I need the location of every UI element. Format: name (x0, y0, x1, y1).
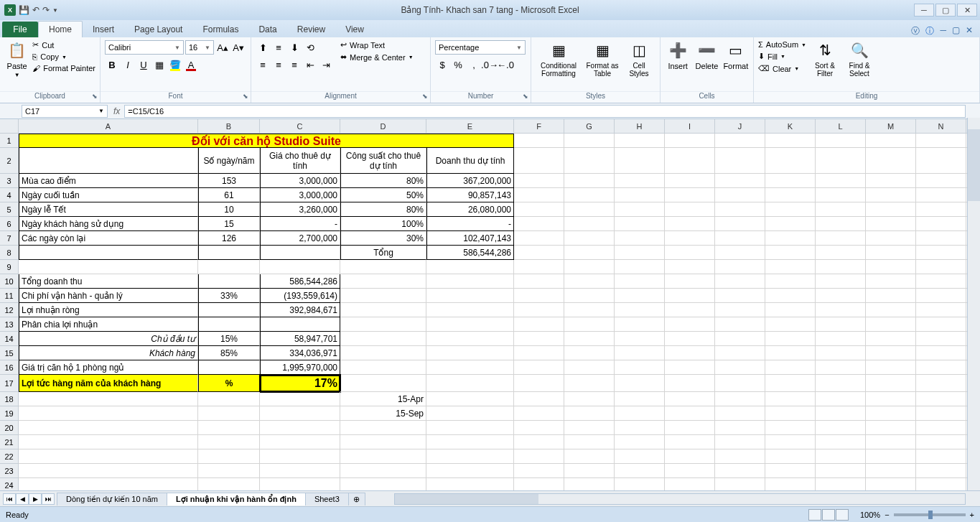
increase-indent-icon[interactable]: ⇥ (319, 57, 333, 72)
row-header-16[interactable]: 16 (0, 360, 19, 375)
cell[interactable] (816, 134, 866, 148)
underline-button[interactable]: U (136, 57, 151, 72)
formula-input[interactable]: =C15/C16 (124, 105, 966, 118)
cell[interactable] (564, 274, 615, 289)
name-box[interactable]: C17▼ (22, 105, 108, 118)
cell[interactable] (615, 346, 665, 360)
cell[interactable] (715, 289, 765, 303)
cell[interactable] (665, 360, 715, 375)
cell[interactable] (765, 134, 816, 148)
cell[interactable] (816, 375, 866, 392)
align-right-icon[interactable]: ≡ (287, 57, 302, 72)
cell[interactable] (514, 317, 564, 332)
row-header-11[interactable]: 11 (0, 289, 19, 303)
cell[interactable] (665, 274, 715, 289)
cell[interactable] (665, 174, 715, 188)
wrap-text-button[interactable]: ↩Wrap Text (340, 40, 414, 50)
col-header-F[interactable]: F (514, 119, 564, 134)
cell[interactable] (916, 332, 966, 346)
cell[interactable] (514, 406, 564, 421)
new-sheet-button[interactable]: ⊕ (348, 493, 365, 505)
cell[interactable] (514, 303, 564, 317)
cell[interactable] (866, 375, 916, 392)
col-header-G[interactable]: G (564, 119, 615, 134)
cell[interactable] (198, 464, 260, 478)
cell[interactable] (19, 421, 198, 435)
cell-c6[interactable]: - (260, 217, 340, 231)
cell[interactable] (715, 360, 765, 375)
cell-c16[interactable]: 1,995,970,000 (260, 360, 340, 375)
cell[interactable] (615, 246, 665, 260)
cell[interactable] (916, 231, 966, 246)
cell[interactable] (715, 317, 765, 332)
cell[interactable] (665, 406, 715, 421)
cell[interactable] (564, 202, 615, 217)
cell[interactable] (198, 260, 260, 274)
align-middle-icon[interactable]: ≡ (271, 40, 286, 55)
cell[interactable] (564, 360, 615, 375)
cell[interactable] (426, 449, 514, 464)
cell[interactable] (665, 421, 715, 435)
cell[interactable] (765, 289, 816, 303)
tab-review[interactable]: Review (287, 22, 335, 37)
tab-file[interactable]: File (2, 22, 38, 37)
cell[interactable] (866, 435, 916, 449)
cell-b13[interactable] (198, 317, 260, 332)
cell[interactable] (615, 148, 665, 174)
cell[interactable] (765, 188, 816, 202)
cell-a17[interactable]: Lợi tức hàng năm của khách hàng (19, 375, 198, 392)
cell[interactable] (816, 435, 866, 449)
col-header-M[interactable]: M (866, 119, 916, 134)
cell[interactable] (665, 303, 715, 317)
cell-a2[interactable] (19, 148, 198, 174)
cell[interactable] (765, 375, 816, 392)
cell-b15[interactable]: 85% (198, 346, 260, 360)
cell[interactable] (260, 392, 340, 406)
cell[interactable] (665, 289, 715, 303)
cell-c13[interactable] (260, 317, 340, 332)
cell-a5[interactable]: Ngày lễ Tết (19, 202, 198, 217)
fx-icon[interactable]: fx (113, 106, 120, 116)
cell[interactable] (715, 375, 765, 392)
cell[interactable] (19, 392, 198, 406)
alignment-launcher[interactable]: ⬊ (422, 93, 428, 100)
copy-button[interactable]: ⎘Copy▼ (32, 52, 95, 61)
cell[interactable] (260, 449, 340, 464)
cell[interactable] (514, 449, 564, 464)
cell[interactable] (340, 274, 426, 289)
cell-b5[interactable]: 10 (198, 202, 260, 217)
cell-a6[interactable]: Ngày khách hàng sử dụng (19, 217, 198, 231)
cell[interactable] (615, 464, 665, 478)
cell[interactable] (816, 188, 866, 202)
row-header-6[interactable]: 6 (0, 217, 19, 231)
cell-styles-button[interactable]: ◫Cell Styles (623, 40, 655, 78)
cell[interactable] (19, 449, 198, 464)
conditional-formatting-button[interactable]: ▦Conditional Formatting (536, 40, 582, 78)
cell[interactable] (260, 260, 340, 274)
align-left-icon[interactable]: ≡ (256, 57, 270, 72)
cell[interactable] (665, 464, 715, 478)
cell[interactable] (765, 246, 816, 260)
cell[interactable] (615, 202, 665, 217)
cell[interactable] (426, 289, 514, 303)
col-header-K[interactable]: K (765, 119, 816, 134)
row-header-20[interactable]: 20 (0, 421, 19, 435)
font-color-button[interactable]: A (184, 57, 198, 72)
cell[interactable] (564, 346, 615, 360)
clipboard-launcher[interactable]: ⬊ (92, 93, 98, 100)
cell[interactable] (665, 217, 715, 231)
increase-decimal-icon[interactable]: .0→ (482, 57, 497, 72)
view-layout-icon[interactable] (822, 509, 835, 521)
cell[interactable] (564, 148, 615, 174)
cell[interactable] (198, 392, 260, 406)
cell-a7[interactable]: Các ngày còn lại (19, 231, 198, 246)
sheet-tab-2[interactable]: Sheet3 (305, 493, 349, 505)
cell[interactable] (564, 449, 615, 464)
row-header-14[interactable]: 14 (0, 332, 19, 346)
cell-b12[interactable] (198, 303, 260, 317)
cell[interactable] (615, 274, 665, 289)
cell[interactable] (715, 202, 765, 217)
header-d[interactable]: Công suất cho thuê dự tính (340, 148, 426, 174)
cell[interactable] (665, 202, 715, 217)
cell[interactable] (715, 274, 765, 289)
